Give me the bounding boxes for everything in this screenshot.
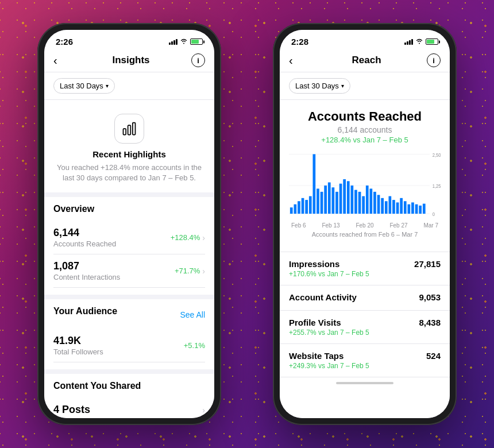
battery-icon-2 [426,38,438,45]
chart-caption: Accounts reached from Feb 6 – Mar 7 [289,231,441,238]
filter-bar-1: Last 30 Days ▾ [44,72,214,100]
reach-title: Accounts Reached [289,109,441,124]
chart-label-feb6: Feb 6 [291,222,306,229]
chevron-right-icon: › [202,233,205,242]
svg-rect-18 [324,186,327,214]
back-button-2[interactable]: ‹ [289,54,306,67]
svg-rect-37 [396,202,399,214]
chart-label-feb27: Feb 27 [389,222,407,229]
reach-screen: 2:28 [280,30,450,418]
wifi-icon-1 [180,38,188,45]
content-section: Content You Shared 4 Posts › [44,374,214,418]
content-interactions-label: Content Interactions [53,273,120,281]
svg-rect-20 [331,187,334,214]
svg-rect-28 [362,196,365,214]
svg-rect-23 [343,179,346,214]
svg-rect-36 [392,200,395,214]
svg-rect-11 [298,201,300,214]
info-button-2[interactable]: i [427,53,441,67]
nav-title-1: Insights [112,55,149,66]
content-interactions-change: +71.7% [175,267,200,275]
svg-rect-32 [377,195,380,214]
svg-rect-31 [373,192,376,214]
website-taps-change: +249.3% vs Jan 7 – Feb 5 [289,362,369,370]
wifi-icon-2 [415,38,423,45]
date-filter-2[interactable]: Last 30 Days ▾ [289,78,350,94]
impressions-block: Impressions 27,815 +170.6% vs Jan 7 – Fe… [280,252,450,285]
accounts-reached-label: Accounts Reached [53,240,116,248]
svg-rect-43 [419,206,422,214]
total-followers-label: Total Followers [53,347,103,356]
chevron-down-icon-2: ▾ [341,83,344,89]
svg-rect-17 [321,192,323,214]
svg-text:1,250: 1,250 [433,184,441,190]
date-filter-1[interactable]: Last 30 Days ▾ [53,78,115,94]
svg-text:2,500: 2,500 [433,152,441,158]
profile-visits-change: +255.7% vs Jan 7 – Feb 5 [289,329,369,337]
account-activity-block: Account Activity 9,053 [280,285,450,311]
svg-rect-38 [400,198,403,214]
svg-rect-44 [423,204,426,214]
svg-rect-33 [381,198,384,214]
signal-icon-2 [404,38,413,45]
reach-chart: 2,500 1,250 0 [289,151,441,220]
chart-label-feb20: Feb 20 [356,222,373,229]
svg-rect-21 [335,192,338,214]
profile-visits-value: 8,438 [419,318,441,327]
svg-rect-26 [354,190,357,214]
svg-rect-12 [302,198,304,214]
insights-screen: 2:26 [44,30,214,418]
see-all-link[interactable]: See All [180,310,205,319]
impressions-label: Impressions [289,259,339,269]
highlights-title: Recent Highlights [92,149,166,159]
svg-rect-39 [404,201,407,214]
status-time-2: 2:28 [291,37,308,47]
accounts-reached-row[interactable]: 6,144 Accounts Reached +128.4% › [53,221,205,254]
svg-rect-0 [124,129,126,135]
svg-rect-35 [388,196,391,214]
impressions-value: 27,815 [414,259,441,269]
svg-rect-22 [339,184,342,214]
audience-section: Your Audience See All 41.9K Total Follow… [44,299,214,369]
chevron-right-icon-2: › [202,267,205,276]
svg-rect-16 [317,188,319,214]
section-divider-2 [44,369,214,374]
signal-icon-1 [169,38,177,45]
phone-insights: 2:26 [37,23,221,425]
status-time-1: 2:26 [56,37,73,47]
total-followers-row: 41.9K Total Followers +5.1% [53,329,205,362]
battery-icon-1 [190,38,203,45]
accounts-reached-change: +128.4% [171,233,200,242]
back-button-1[interactable]: ‹ [53,54,71,67]
reach-content: Last 30 Days ▾ Accounts Reached 6,144 ac… [280,72,450,418]
svg-rect-42 [415,204,418,214]
accounts-reached-section: Accounts Reached 6,144 accounts +128.4% … [280,100,450,252]
svg-rect-29 [366,186,369,214]
total-followers-value: 41.9K [53,335,103,347]
highlights-section: Recent Highlights You reached +128.4% mo… [44,100,214,197]
profile-visits-label: Profile Visits [289,318,341,327]
website-taps-block: Website Taps 524 +249.3% vs Jan 7 – Feb … [280,344,450,377]
content-title: Content You Shared [53,381,205,391]
website-taps-label: Website Taps [289,351,344,361]
svg-text:0: 0 [433,212,435,218]
svg-rect-1 [128,125,131,134]
nav-title-2: Reach [352,55,381,66]
profile-visits-block: Profile Visits 8,438 +255.7% vs Jan 7 – … [280,311,450,344]
info-button-1[interactable]: i [191,53,205,67]
audience-title: Your Audience [53,306,117,316]
svg-rect-2 [133,123,136,135]
home-indicator-2 [336,382,393,384]
content-interactions-row[interactable]: 1,087 Content Interactions +71.7% › [53,254,205,288]
svg-rect-27 [358,192,361,214]
accounts-reached-value: 6,144 [53,227,116,239]
reach-change: +128.4% vs Jan 7 – Feb 5 [289,136,441,144]
posts-row[interactable]: 4 Posts › [53,398,205,418]
svg-rect-40 [407,204,410,214]
posts-value: 4 Posts [53,404,90,416]
svg-rect-24 [347,181,350,214]
bar-chart-icon [114,114,144,144]
status-icons-1 [169,38,203,45]
svg-rect-25 [350,186,353,214]
chart-label-feb13: Feb 13 [322,222,339,229]
